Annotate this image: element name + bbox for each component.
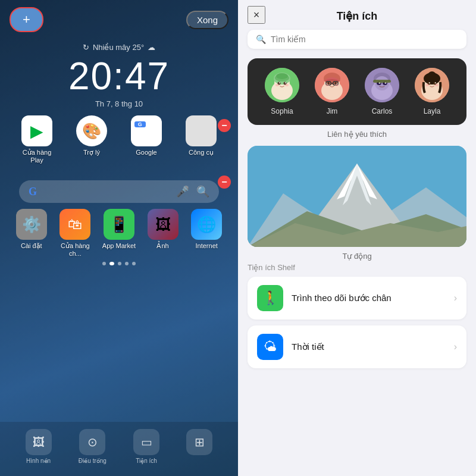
contacts-label: Liên hệ yêu thích	[248, 130, 466, 139]
app-google-label: Google	[136, 149, 156, 156]
contact-jim[interactable]: Jim	[315, 68, 349, 115]
shelf-item-steps[interactable]: 🚶 Trình theo dõi bước chân ›	[248, 277, 466, 320]
toolbar-tienich-label: Tiện ích	[136, 458, 157, 464]
toolbar-tieniich[interactable]: ▭ Tiện ích	[133, 429, 159, 464]
svg-point-8	[279, 82, 280, 83]
svg-point-37	[428, 71, 436, 80]
contact-layla[interactable]: Layla	[415, 68, 449, 115]
app-google[interactable]: G Google	[126, 115, 167, 164]
wallpaper-icon: 🖼	[26, 429, 52, 455]
grid-icon: ⊞	[186, 429, 212, 455]
svg-point-43	[435, 84, 439, 86]
clock-time: 20:47	[10, 54, 228, 98]
toolbar-grid[interactable]: ⊞	[186, 429, 212, 464]
mic-icon[interactable]: 🎤	[176, 185, 189, 198]
app-play[interactable]: ▶ Cửa hàng Play	[16, 115, 58, 164]
contact-layla-name: Layla	[424, 107, 441, 115]
toolbar-widget2[interactable]: ⊙ Điều trống	[79, 429, 107, 464]
app-store-label: Cửa hàng ch...	[54, 242, 96, 257]
google-g: G	[29, 186, 37, 198]
avatar-carlos	[365, 68, 399, 102]
page-dots	[0, 262, 238, 265]
home-screen: + Xong ↻ Nhiều mây 25° ☁ 20:47 Th 7, 8 t…	[0, 0, 238, 476]
widget-panel: × Tiện ích 🔍	[238, 0, 476, 476]
steps-label: Trình theo dõi bước chân	[292, 293, 446, 303]
app-store[interactable]: 🛍 Cửa hàng ch...	[54, 209, 96, 257]
svg-rect-32	[373, 80, 391, 83]
weather-line: ↻ Nhiều mây 25° ☁	[10, 43, 228, 52]
toolbar-widget2-label: Điều trống	[79, 458, 107, 464]
shelf-item-weather[interactable]: 🌤 Thời tiết ›	[248, 325, 466, 368]
lens-icon[interactable]: 🔍	[196, 185, 209, 198]
contact-carlos-name: Carlos	[372, 107, 393, 115]
svg-point-10	[275, 84, 279, 86]
dot-4	[125, 262, 129, 265]
svg-point-9	[285, 82, 286, 83]
search-input[interactable]	[271, 35, 458, 44]
tienich-icon: ▭	[133, 429, 159, 455]
svg-point-5	[276, 73, 288, 79]
toolbar-wallpaper[interactable]: 🖼 Hình nền	[26, 429, 52, 464]
app-settings[interactable]: ⚙️ Cài đặt	[11, 209, 52, 257]
app-assistant[interactable]: 🎨 Trợ lý	[71, 115, 112, 164]
avatar-jim	[315, 68, 349, 102]
app-play-label: Cửa hàng Play	[16, 149, 58, 164]
bottom-toolbar: 🖼 Hình nền ⊙ Điều trống ▭ Tiện ích ⊞	[0, 422, 238, 476]
dot-1	[102, 262, 106, 265]
app-market[interactable]: 📱 App Market	[98, 209, 140, 257]
app-photos[interactable]: 🖼 Ảnh	[142, 209, 184, 257]
steps-icon: 🚶	[257, 285, 283, 311]
dot-5	[132, 262, 136, 265]
top-bar: + Xong	[0, 0, 238, 37]
widget2-icon: ⊙	[79, 429, 105, 455]
panel-header: × Tiện ích	[238, 0, 476, 30]
search-bar[interactable]: G 🎤 🔍	[19, 180, 219, 203]
avatar-layla	[415, 68, 449, 102]
app-tools[interactable]: Công cụ	[180, 115, 222, 164]
app-tools-label: Công cụ	[189, 149, 214, 156]
remove-badge-2[interactable]: −	[218, 176, 231, 189]
toolbar-wallpaper-label: Hình nền	[26, 458, 51, 464]
svg-point-21	[325, 84, 329, 86]
panel-close-button[interactable]: ×	[248, 6, 265, 24]
add-button[interactable]: +	[10, 7, 43, 32]
cloud-icon: ☁	[148, 43, 155, 52]
contact-sophia[interactable]: Sophia	[265, 68, 299, 115]
app-internet[interactable]: 🌐 Internet	[186, 209, 227, 257]
app-row-1: ▶ Cửa hàng Play 🎨 Trợ lý G Google	[10, 115, 228, 164]
wallpaper-widget[interactable]	[248, 146, 466, 247]
app-photos-label: Ảnh	[156, 242, 168, 250]
weather-icon: 🌤	[257, 334, 283, 360]
search-icons: 🎤 🔍	[176, 185, 209, 198]
weather-arrow: ›	[454, 342, 457, 352]
dot-3	[118, 262, 121, 265]
clock-area: ↻ Nhiều mây 25° ☁ 20:47 Th 7, 8 thg 10	[0, 43, 238, 108]
contact-carlos[interactable]: Carlos	[365, 68, 399, 115]
steps-arrow: ›	[454, 293, 457, 303]
panel-search[interactable]: 🔍	[248, 30, 466, 49]
app-market-label: App Market	[102, 242, 136, 249]
date-line: Th 7, 8 thg 10	[10, 99, 228, 108]
panel-title: Tiện ích	[337, 10, 378, 23]
weather-label: Thời tiết	[292, 342, 446, 352]
contact-jim-name: Jim	[327, 107, 338, 115]
app-internet-label: Internet	[196, 242, 218, 249]
weather-text: Nhiều mây 25°	[93, 43, 144, 52]
app-assistant-label: Trợ lý	[83, 149, 100, 156]
contacts-widget: Sophia	[248, 58, 466, 125]
bottom-apps-row: ⚙️ Cài đặt 🛍 Cửa hàng ch... 📱 App Market…	[0, 209, 238, 257]
apps-area: ▶ Cửa hàng Play 🎨 Trợ lý G Google	[0, 108, 238, 178]
svg-point-22	[335, 84, 339, 86]
svg-point-40	[429, 82, 430, 83]
dot-2	[109, 262, 114, 265]
app-settings-label: Cài đặt	[21, 242, 42, 250]
shelf-label: Tiện ích Shelf	[248, 263, 466, 272]
xong-button[interactable]: Xong	[186, 11, 228, 29]
contact-sophia-name: Sophia	[271, 107, 293, 115]
wallpaper-label: Tự động	[238, 252, 476, 261]
refresh-icon: ↻	[83, 43, 89, 52]
svg-point-11	[285, 84, 289, 86]
avatar-sophia	[265, 68, 299, 102]
contacts-row: Sophia	[257, 68, 457, 115]
remove-badge-1[interactable]: −	[218, 119, 231, 132]
